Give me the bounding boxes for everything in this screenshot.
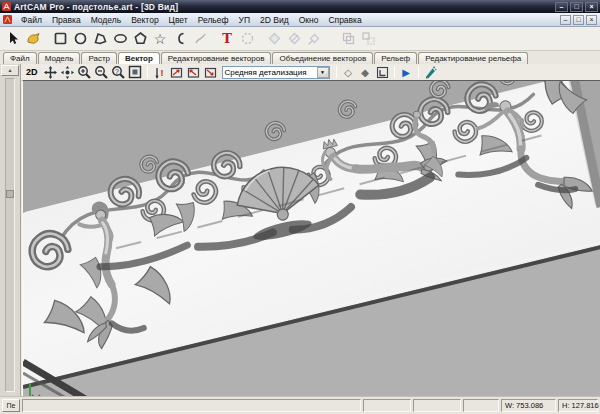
menu-file[interactable]: Файл <box>16 13 47 26</box>
menu-color[interactable]: Цвет <box>164 13 193 26</box>
status-pane-2 <box>413 399 461 412</box>
group-tool-icon[interactable] <box>338 29 358 49</box>
switch-2d-view-button[interactable]: 2D <box>24 67 40 77</box>
menu-help[interactable]: Справка <box>323 13 366 26</box>
pan-icon[interactable] <box>42 65 59 80</box>
title-bar: ArtCAM Pro - подстолье.art - [3D Вид] – … <box>0 0 600 13</box>
tab-relief-editing[interactable]: Редактирование рельефа <box>418 52 528 64</box>
tool-tab-row: Файл Модель Растр Вектор Редактирование … <box>0 51 600 64</box>
node-cut-tool-icon[interactable] <box>284 29 304 49</box>
detail-level-value: Средняя детализация <box>223 68 317 77</box>
node-edit-tool-icon[interactable] <box>264 29 284 49</box>
node-move-tool-icon[interactable] <box>304 29 324 49</box>
view-preset-side-icon[interactable] <box>185 65 202 80</box>
ungroup-tool-icon[interactable] <box>358 29 378 49</box>
simulate-play-icon[interactable]: ▶ <box>398 65 415 80</box>
view-toolbar: 2D ? ! Средняя детализация ▼ ◇ ◆ ▶ <box>0 64 600 80</box>
scale-z-icon[interactable]: ! <box>151 65 168 80</box>
menu-bar: Файл Правка Модель Вектор Цвет Рельеф УП… <box>0 13 600 27</box>
maximize-button[interactable]: □ <box>570 2 583 12</box>
panel-scroll-thumb[interactable] <box>6 190 14 198</box>
tab-file[interactable]: Файл <box>3 52 37 64</box>
chevron-down-icon[interactable]: ▼ <box>317 67 329 78</box>
svg-text:!: ! <box>160 68 163 78</box>
freehand-tool-icon[interactable] <box>190 29 210 49</box>
tab-vector[interactable]: Вектор <box>118 52 160 64</box>
rectangle-tool-icon[interactable] <box>50 29 70 49</box>
polyline-tool-icon[interactable] <box>90 29 110 49</box>
arc-tool-icon[interactable] <box>170 29 190 49</box>
star-tool-icon[interactable]: ☆ <box>150 29 170 49</box>
3d-viewport[interactable] <box>22 80 600 396</box>
mdi-document-icon <box>3 15 12 24</box>
dashed-circle-tool-icon[interactable] <box>237 29 257 49</box>
svg-text:?: ? <box>115 68 119 75</box>
ellipse-tool-icon[interactable] <box>110 29 130 49</box>
menu-2dview[interactable]: 2D Вид <box>255 13 294 26</box>
status-message-pane <box>22 399 361 412</box>
zoom-selection-icon[interactable]: ? <box>110 65 127 80</box>
status-pane-3 <box>463 399 499 412</box>
wireframe-icon[interactable]: ◇ <box>340 65 357 80</box>
tab-bitmap[interactable]: Растр <box>81 52 117 64</box>
collapsed-panel-tab[interactable]: Пе <box>2 399 20 412</box>
circle-tool-icon[interactable] <box>70 29 90 49</box>
height-readout: H: 127.816 <box>558 399 598 412</box>
view-preset-front-icon[interactable] <box>168 65 185 80</box>
mdi-minimize-button[interactable]: – <box>560 15 571 25</box>
tab-model[interactable]: Модель <box>38 52 81 64</box>
tab-relief[interactable]: Рельеф <box>374 52 417 64</box>
spray-tool-icon[interactable] <box>422 65 439 80</box>
text-tool-icon[interactable]: T <box>217 29 237 49</box>
draft-icon[interactable] <box>374 65 391 80</box>
mdi-restore-button[interactable]: □ <box>573 15 584 25</box>
vector-toolbar: ☆ T <box>0 27 600 51</box>
shaded-icon[interactable]: ◆ <box>357 65 374 80</box>
polygon-tool-icon[interactable] <box>130 29 150 49</box>
app-icon <box>2 2 11 11</box>
status-bar: Пе W: 753.086 H: 127.816 <box>0 396 600 414</box>
tab-vector-merging[interactable]: Объединение векторов <box>272 52 373 64</box>
center-view-icon[interactable] <box>59 65 76 80</box>
zoom-fit-icon[interactable] <box>127 65 144 80</box>
menu-vector[interactable]: Вектор <box>126 13 163 26</box>
menu-toolpaths[interactable]: УП <box>234 13 256 26</box>
scroll-up-icon[interactable]: ▲ <box>1 65 19 76</box>
mdi-close-button[interactable]: × <box>586 15 597 25</box>
detail-level-dropdown[interactable]: Средняя детализация ▼ <box>222 66 330 79</box>
view-preset-iso-icon[interactable] <box>202 65 219 80</box>
window-title: ArtCAM Pro - подстолье.art - [3D Вид] <box>14 2 555 12</box>
minimize-button[interactable]: – <box>555 2 568 12</box>
width-readout: W: 753.086 <box>501 399 556 412</box>
collapsed-assistant-panel: ▲ <box>0 64 21 396</box>
zoom-in-icon[interactable] <box>76 65 93 80</box>
menu-relief[interactable]: Рельеф <box>193 13 234 26</box>
zoom-out-icon[interactable] <box>93 65 110 80</box>
tab-vector-editing[interactable]: Редактирование векторов <box>161 52 272 64</box>
transform-tool-icon[interactable] <box>23 29 43 49</box>
select-arrow-icon[interactable] <box>3 29 23 49</box>
close-button[interactable]: × <box>585 2 598 12</box>
panel-scroll-track[interactable] <box>5 78 15 392</box>
menu-model[interactable]: Модель <box>86 13 127 26</box>
status-pane-1 <box>363 399 411 412</box>
menu-window[interactable]: Окно <box>294 13 324 26</box>
relief-render <box>23 81 600 397</box>
menu-edit[interactable]: Правка <box>47 13 86 26</box>
